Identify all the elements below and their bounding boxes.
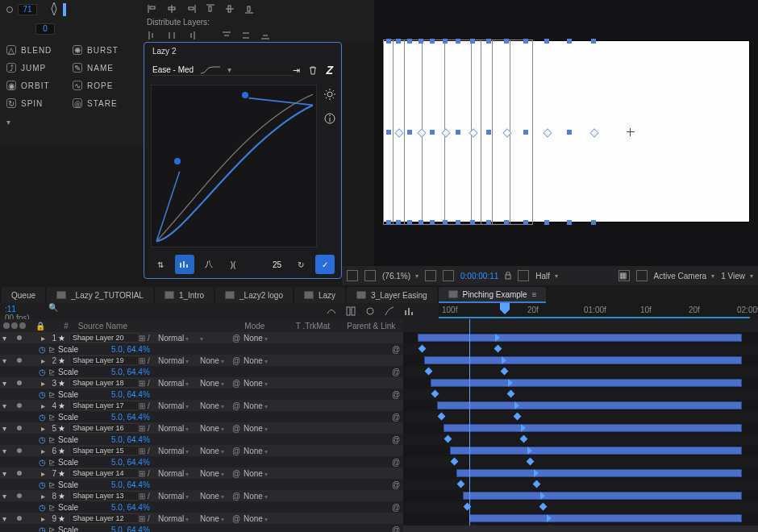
layer-row[interactable]: ▾▸6★Shape Layer 15⊞/NormalNone@None bbox=[0, 445, 403, 456]
selection-handle[interactable] bbox=[386, 39, 391, 44]
selection-handle[interactable] bbox=[430, 39, 435, 44]
stopwatch-icon[interactable]: ◷ bbox=[39, 345, 48, 354]
keyframe-marker[interactable] bbox=[502, 356, 506, 364]
pinch-mode-button[interactable]: 八 bbox=[199, 255, 219, 274]
prev-keyframe-icon[interactable]: ⊵ bbox=[48, 480, 58, 489]
preset-stare[interactable]: ◎STARE bbox=[73, 95, 137, 111]
layer-duration-bar[interactable] bbox=[450, 447, 742, 455]
keyframe-diamond[interactable] bbox=[425, 368, 433, 376]
dist-v-top-icon[interactable] bbox=[221, 30, 232, 41]
parent-dropdown[interactable]: None bbox=[244, 356, 279, 365]
property-row[interactable]: ◷⊵Scale5.0, 64.4%@ bbox=[0, 434, 403, 445]
keyframe-diamond[interactable] bbox=[457, 480, 465, 488]
layer-bar-row[interactable] bbox=[403, 355, 758, 366]
expression-pickwhip-icon[interactable]: @ bbox=[392, 503, 403, 512]
blend-mode-dropdown[interactable]: Normal bbox=[158, 401, 200, 410]
twirl-icon[interactable]: ▾ bbox=[0, 492, 8, 501]
twirl-icon[interactable]: ▾ bbox=[0, 356, 8, 365]
anchor-circle-icon[interactable] bbox=[6, 6, 13, 13]
property-bar-row[interactable] bbox=[403, 501, 758, 513]
twirl-icon[interactable]: ▾ bbox=[0, 447, 8, 455]
expression-pickwhip-icon[interactable]: @ bbox=[392, 435, 403, 444]
fx-flag-icon[interactable]: ⊞ bbox=[139, 334, 145, 343]
visibility-toggle[interactable] bbox=[17, 403, 22, 408]
info-icon[interactable] bbox=[323, 112, 336, 125]
pickwhip-icon[interactable]: @ bbox=[232, 401, 244, 410]
selection-handle[interactable] bbox=[544, 39, 549, 44]
keyframe-diamond[interactable] bbox=[507, 390, 515, 398]
parent-dropdown[interactable]: None bbox=[244, 401, 279, 410]
trash-icon[interactable] bbox=[308, 65, 318, 75]
visibility-toggle[interactable] bbox=[17, 380, 22, 385]
stopwatch-icon[interactable]: ◷ bbox=[39, 390, 48, 399]
eye-col-icon[interactable] bbox=[3, 322, 10, 329]
keyframe-diamond[interactable] bbox=[431, 390, 439, 398]
keyframe-diamond[interactable] bbox=[501, 368, 509, 376]
property-value[interactable]: 5.0, 64.4% bbox=[111, 413, 392, 422]
blend-mode-dropdown[interactable]: Normal bbox=[158, 334, 200, 343]
fx-flag-icon[interactable]: ⊞ bbox=[139, 356, 145, 365]
fx-flag-icon[interactable]: ⊞ bbox=[139, 379, 145, 388]
trkmat-dropdown[interactable]: None bbox=[200, 424, 232, 433]
quality-dropdown[interactable]: Half bbox=[535, 272, 558, 281]
swap-button[interactable]: ⇅ bbox=[151, 255, 170, 274]
selection-handle[interactable] bbox=[591, 220, 596, 225]
resolution-icon[interactable] bbox=[425, 270, 436, 281]
current-timecode[interactable]: :1100 fps) bbox=[0, 303, 48, 319]
trkmat-dropdown[interactable]: None bbox=[200, 469, 232, 478]
time-ruler[interactable]: 100f 20f 01:00f 10f 20f 02:00f 10f bbox=[439, 303, 758, 319]
visibility-toggle[interactable] bbox=[17, 448, 22, 453]
frames-input[interactable]: 25 bbox=[273, 260, 281, 269]
layer-duration-bar[interactable] bbox=[418, 334, 742, 342]
property-row[interactable]: ◷⊵Scale5.0, 64.4%@ bbox=[0, 524, 403, 532]
search-icon[interactable]: 🔍 bbox=[48, 303, 60, 314]
layer-name[interactable]: Shape Layer 18 bbox=[69, 378, 139, 388]
tab-intro[interactable]: 1_Intro bbox=[155, 287, 214, 303]
parent-header[interactable]: Parent & Link bbox=[344, 322, 403, 330]
trkmat-dropdown[interactable]: None bbox=[200, 514, 232, 523]
selection-handle[interactable] bbox=[456, 39, 460, 44]
stopwatch-icon[interactable]: ◷ bbox=[39, 480, 48, 489]
layer-row[interactable]: ▾▸3★Shape Layer 18⊞/NormalNone@None bbox=[0, 377, 403, 389]
ease-curve-editor[interactable] bbox=[151, 85, 317, 247]
selection-handle[interactable] bbox=[523, 130, 528, 135]
layer-bar-row[interactable] bbox=[403, 468, 758, 479]
viewer-timecode[interactable]: 0:00:00:11 bbox=[460, 272, 498, 281]
tab-easing[interactable]: 3_Layer Easing bbox=[347, 287, 437, 303]
selection-handle[interactable] bbox=[567, 220, 572, 225]
selection-handle[interactable] bbox=[591, 39, 596, 44]
layer-duration-bar[interactable] bbox=[463, 492, 742, 500]
layer-name[interactable]: Shape Layer 15 bbox=[69, 446, 139, 455]
prev-keyframe-icon[interactable]: ⊵ bbox=[48, 435, 58, 444]
parent-dropdown[interactable]: None bbox=[244, 514, 279, 523]
layer-duration-bar[interactable] bbox=[424, 356, 742, 364]
layer-name[interactable]: Shape Layer 14 bbox=[69, 468, 139, 478]
layer-name[interactable]: Shape Layer 20 bbox=[69, 333, 139, 343]
stopwatch-icon[interactable]: ◷ bbox=[39, 435, 48, 444]
slider-handle[interactable] bbox=[63, 3, 66, 16]
keyframe-diamond[interactable] bbox=[539, 503, 548, 511]
gap-mode-button[interactable]: )( bbox=[223, 255, 243, 274]
prev-keyframe-icon[interactable]: ⊵ bbox=[48, 503, 58, 512]
tab-logo[interactable]: _Lazy2 logo bbox=[215, 287, 293, 303]
preset-name[interactable]: ✎NAME bbox=[73, 60, 137, 76]
refresh-button[interactable]: ↻ bbox=[291, 255, 310, 274]
layer-duration-bar[interactable] bbox=[437, 401, 742, 409]
stopwatch-icon[interactable]: ◷ bbox=[39, 526, 48, 533]
selection-handle[interactable] bbox=[396, 220, 401, 225]
layer-duration-bar[interactable] bbox=[431, 379, 742, 387]
selection-handle[interactable] bbox=[430, 130, 435, 135]
expand-icon[interactable]: ▸ bbox=[39, 356, 47, 365]
stagger-mode-button[interactable] bbox=[175, 255, 194, 274]
prev-keyframe-icon[interactable]: ⊵ bbox=[48, 526, 58, 533]
selection-handle[interactable] bbox=[523, 39, 528, 44]
shy-icon[interactable] bbox=[326, 305, 337, 317]
pickwhip-icon[interactable]: @ bbox=[232, 514, 244, 523]
pickwhip-icon[interactable]: @ bbox=[232, 356, 244, 365]
layer-bar-row[interactable] bbox=[403, 332, 758, 343]
solo-flag-icon[interactable]: / bbox=[148, 447, 150, 455]
expand-icon[interactable]: ▸ bbox=[39, 424, 47, 433]
selection-handle[interactable] bbox=[523, 220, 528, 225]
graph-editor-icon[interactable] bbox=[384, 305, 395, 317]
layer-bar-row[interactable] bbox=[403, 513, 758, 524]
